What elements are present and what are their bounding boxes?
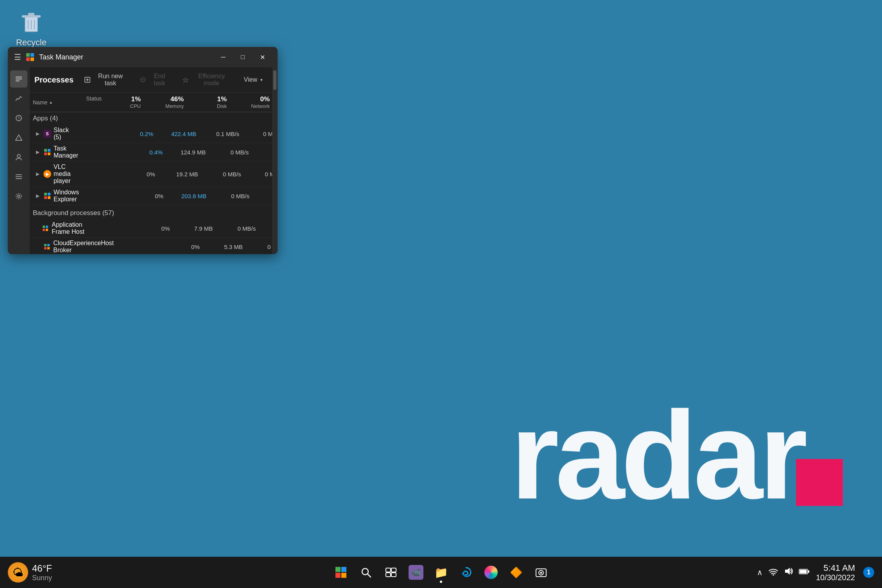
process-cpu: 0%	[165, 238, 204, 254]
volume-icon[interactable]	[784, 567, 793, 578]
table-row[interactable]: CloudExperienceHost Broker 0% 5.3 MB 0 M…	[30, 238, 272, 254]
taskbar-weather[interactable]: 🌤 46°F Sunny	[8, 562, 52, 583]
cpu-column-header[interactable]: 1% CPU	[104, 94, 143, 110]
run-new-task-button[interactable]: Run new task	[80, 70, 133, 89]
settings-icon	[15, 192, 23, 200]
svg-rect-32	[44, 193, 47, 195]
svg-rect-19	[16, 176, 22, 177]
efficiency-mode-button[interactable]: Efficiency mode	[178, 70, 237, 89]
end-task-button[interactable]: End task	[135, 70, 176, 89]
details-icon	[15, 173, 23, 181]
status-column-header: Status	[69, 94, 104, 110]
recycle-bin-image	[18, 8, 45, 35]
wifi-svg-icon	[768, 567, 778, 575]
svg-rect-10	[16, 77, 22, 77]
process-net: 0 Mbps	[253, 144, 272, 160]
sidebar-item-details[interactable]	[10, 168, 27, 185]
end-task-label: End task	[148, 73, 171, 87]
view-chevron-icon: ▾	[260, 77, 263, 82]
battery-icon[interactable]	[799, 567, 810, 577]
svg-rect-80	[386, 573, 391, 577]
svg-point-84	[540, 572, 542, 574]
disk-column-header[interactable]: 1% Disk	[186, 94, 229, 110]
svg-line-15	[19, 118, 20, 119]
photos-button[interactable]	[532, 563, 550, 581]
vlc-button[interactable]: 🔶	[507, 563, 525, 581]
taskmanager-app-icon	[26, 53, 34, 61]
name-column-header[interactable]: Name ▲	[30, 94, 69, 110]
process-mem: 124.9 MB	[167, 144, 210, 160]
memory-column-header[interactable]: 46% Memory	[143, 94, 186, 110]
table-row[interactable]: ▶ S Slack (5) 0.2% 422.4 MB 0.1 MB/s 0 M…	[30, 125, 272, 143]
hamburger-icon[interactable]: ☰	[14, 52, 21, 62]
process-disk: 0 MB/s	[202, 162, 245, 186]
process-status	[81, 144, 127, 160]
table-row[interactable]: ▶ ▶ VLC media player 0% 19.2 MB 0 MB/s 0…	[30, 161, 272, 187]
sidebar-item-processes[interactable]	[10, 70, 27, 88]
close-button[interactable]: ✕	[253, 51, 271, 63]
color-app-button[interactable]	[482, 563, 500, 581]
svg-rect-88	[800, 570, 807, 574]
expand-icon: ▶	[36, 193, 39, 199]
tray-chevron-icon[interactable]: ∧	[757, 568, 763, 577]
search-button[interactable]	[357, 563, 375, 581]
win-icon	[41, 224, 49, 232]
search-icon	[360, 566, 372, 578]
svg-point-17	[17, 154, 20, 158]
start-button[interactable]	[332, 563, 350, 581]
network-column-header[interactable]: 0% Network	[229, 94, 272, 110]
slack-icon: S	[43, 130, 51, 138]
process-disk: 0 MB/s	[210, 188, 253, 204]
notification-badge[interactable]: 1	[863, 567, 874, 578]
wifi-icon[interactable]	[768, 567, 778, 578]
scrollbar-track[interactable]	[272, 67, 278, 254]
processes-title: Processes	[34, 75, 74, 84]
minimize-button[interactable]: ─	[214, 51, 232, 63]
sidebar-item-performance[interactable]	[10, 90, 27, 107]
process-disk: 0 MB/s	[210, 144, 253, 160]
process-status	[118, 238, 165, 254]
weather-temp: 46°F	[32, 563, 52, 574]
maximize-button[interactable]: □	[234, 51, 252, 63]
svg-rect-40	[44, 244, 47, 246]
sidebar-item-apphistory[interactable]	[10, 109, 27, 127]
process-name-cell: ▶ Task Manager	[30, 144, 81, 160]
teams-button[interactable]: 📹	[407, 563, 425, 581]
photos-icon	[535, 566, 547, 578]
table-row[interactable]: Application Frame Host 0% 7.9 MB 0 MB/s …	[30, 219, 272, 238]
process-status	[88, 220, 134, 237]
weather-info: 46°F Sunny	[32, 563, 52, 582]
svg-rect-42	[44, 247, 47, 249]
svg-point-21	[18, 195, 20, 197]
users-icon	[15, 153, 23, 161]
system-clock[interactable]: 5:41 AM 10/30/2022	[816, 563, 855, 582]
task-view-button[interactable]	[382, 563, 400, 581]
view-button[interactable]: View ▾	[239, 74, 267, 86]
svg-rect-30	[44, 152, 47, 155]
edge-button[interactable]	[457, 563, 475, 581]
window-title: Task Manager	[39, 53, 83, 61]
performance-icon	[15, 95, 23, 102]
expand-icon: ▶	[36, 171, 39, 177]
efficiency-mode-label: Efficiency mode	[191, 73, 232, 87]
sidebar-item-users[interactable]	[10, 149, 27, 166]
sidebar-item-startup[interactable]	[10, 129, 27, 146]
taskmanager-icon	[43, 148, 51, 156]
window-titlebar: ☰ Task Manager ─ □ ✕	[8, 47, 278, 67]
process-name-cell: ▶ ▶ VLC media player	[30, 162, 73, 186]
win-proc-icon	[42, 225, 48, 231]
process-table: Apps (4) ▶ S Slack (5) 0.2% 422.4 MB 0.1…	[30, 112, 272, 254]
file-explorer-button[interactable]: 📁	[432, 563, 450, 581]
table-row[interactable]: ▶ Windows Explorer 0%	[30, 187, 272, 205]
table-row[interactable]: ▶ Task Manager 0.4% 12	[30, 143, 272, 161]
sidebar-item-settings[interactable]	[10, 188, 27, 205]
svg-rect-20	[16, 178, 22, 179]
process-net: 0 Mbps	[245, 162, 272, 186]
process-mem: 19.2 MB	[159, 162, 202, 186]
process-status	[71, 125, 118, 142]
svg-rect-74	[335, 573, 341, 578]
taskbar: 🌤 46°F Sunny	[0, 557, 882, 588]
task-manager-toolbar: Processes Run new task End task	[30, 67, 272, 93]
battery-svg-icon	[799, 568, 810, 575]
scrollbar-thumb[interactable]	[273, 70, 276, 90]
